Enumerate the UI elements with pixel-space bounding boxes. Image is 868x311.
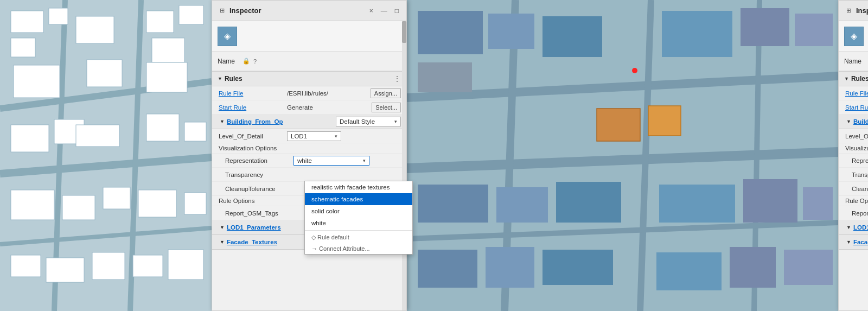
layer-icon-area-left: ◈ [212,21,406,52]
facade-collapse-left: ▼ [220,239,225,245]
svg-rect-6 [11,11,43,33]
cleanup-row-right: CleanupTolerance 0 ▾ [839,182,868,196]
map-right [407,0,838,311]
svg-rect-44 [795,14,833,46]
report-row-right: Report_OSM_Tags × Disabled ▾ [839,206,868,220]
rule-file-row-right: Rule File /ESRI.lib/rules/ Assign... [839,86,868,100]
building-collapse-right: ▼ [846,119,851,124]
representation-label-right: Representation [852,157,868,164]
svg-rect-51 [743,179,797,223]
rules-dots-left[interactable]: ⋮ [393,74,401,83]
name-label-left: Name [218,58,239,65]
assign-btn-left[interactable]: Assign... [371,88,401,98]
rule-file-row-left: Rule File /ESRI.lib/rules/ Assign... [212,86,406,100]
representation-row-right: Representation schematic facades ▾ [839,154,868,168]
lock-icon-left: 🔒 [242,58,250,65]
map-left [0,0,212,311]
svg-rect-24 [46,258,84,282]
svg-rect-21 [138,190,176,217]
svg-rect-54 [486,247,534,288]
name-label-right: Name [844,58,866,65]
inspector-panel-left: ⊞ Inspector × — □ ◈ Name 🔒 ? ▼ Rules ⋮ R… [212,0,407,311]
rules-section-left[interactable]: ▼ Rules ⋮ [212,71,406,86]
scrollbar-thumb-left[interactable] [402,21,406,43]
svg-rect-25 [92,252,125,280]
transparency-row-left: Transparency [212,168,406,182]
svg-rect-10 [146,11,174,33]
grid-icon: ⊞ [218,7,226,15]
start-rule-value-left: Generate [287,104,368,111]
dropdown-item-schematic[interactable]: schematic facades [305,193,412,205]
dropdown-item-connect[interactable]: → Connect Attribute... [305,243,412,254]
cleanup-label-left: CleanupTolerance [225,186,290,192]
svg-rect-46 [648,106,681,136]
lod-select-left[interactable]: LOD1 ▾ [287,131,341,141]
rule-options-label-right: Rule Options [839,196,868,206]
rule-file-label-right[interactable]: Rule File [845,90,868,97]
lod-label-left: Level_Of_Detail [219,133,284,139]
dropdown-item-rule-default[interactable]: ◇ Rule default [305,232,412,243]
representation-value-left: white [297,157,361,164]
svg-rect-23 [11,255,41,277]
svg-rect-49 [556,182,621,223]
svg-rect-52 [803,187,833,220]
svg-rect-17 [184,122,206,141]
svg-rect-12 [152,38,184,62]
lod-value-left: LOD1 [291,133,333,139]
lod1-section-right[interactable]: ▼ LOD1_Parameters Default Style ▾ [839,220,868,235]
representation-select-left[interactable]: white ▾ [293,156,369,166]
rules-section-right[interactable]: ▼ Rules ⋮ [839,71,868,86]
lod1-label-left[interactable]: LOD1_Parameters [227,224,281,231]
svg-rect-7 [49,8,68,24]
building-collapse-left: ▼ [220,119,225,124]
lod-row-left: Level_Of_Detail LOD1 ▾ [212,129,406,143]
close-button-left[interactable]: × [367,6,375,16]
dropdown-item-realistic[interactable]: realistic with facade textures [305,181,412,193]
minimize-button-left[interactable]: — [379,6,390,16]
facade-section-right[interactable]: ▼ Facade_Textures Default Style ▾ [839,235,868,250]
svg-rect-55 [542,250,613,285]
lod1-label-right[interactable]: LOD1_Parameters [853,224,868,231]
inspector-panel-right: ⊞ Inspector × — □ ◈ Name 🔒 ? ▼ Rules ⋮ R… [838,0,868,311]
start-rule-label-left[interactable]: Start Rule [219,104,284,111]
facade-label-left[interactable]: Facade_Textures [227,239,277,245]
rules-collapse-left: ▼ [218,76,222,81]
representation-arrow-left: ▾ [363,158,366,163]
scrollbar-left[interactable] [402,21,406,310]
layer-icon-right: ◈ [844,27,864,46]
svg-rect-43 [741,8,789,46]
building-style-arrow-left: ▾ [394,119,397,124]
building-props-right: Level_Of_Detail LOD1 ▾ Visualization Opt… [839,129,868,220]
rule-file-value-left: /ESRI.lib/rules/ [287,90,367,97]
svg-rect-57 [730,247,776,288]
svg-rect-15 [76,125,119,147]
building-label-right[interactable]: Building_From_Op [853,118,868,125]
start-rule-label-right[interactable]: Start Rule [845,104,868,111]
vis-options-label-left: Visualization Options [212,143,406,154]
help-icon-left[interactable]: ? [253,58,257,65]
svg-rect-48 [496,187,548,223]
rule-file-label-left[interactable]: Rule File [219,90,284,97]
facade-label-right[interactable]: Facade_Textures [853,239,868,245]
svg-rect-30 [146,62,187,92]
maximize-button-left[interactable]: □ [393,6,401,16]
dropdown-item-solid[interactable]: solid color [305,205,412,217]
representation-row-left: Representation white ▾ [212,154,406,168]
building-style-select-left[interactable]: Default Style ▾ [336,117,401,126]
representation-dropdown-left[interactable]: realistic with facade textures schematic… [304,181,413,255]
svg-rect-28 [14,65,60,98]
svg-point-59 [632,68,637,73]
panel-title-right: Inspector [856,7,868,15]
panel-header-left: ⊞ Inspector × — □ [212,1,406,21]
svg-rect-56 [656,252,722,290]
cleanup-label-right: CleanupTolerance [852,186,868,192]
name-row-left: Name 🔒 ? [212,52,406,71]
building-label-left[interactable]: Building_From_Op [227,118,283,125]
building-section-right[interactable]: ▼ Building_From_Op Default Style ▾ [839,115,868,129]
name-row-right: Name 🔒 ? [839,52,868,71]
select-btn-left[interactable]: Select... [372,103,401,112]
building-section-left[interactable]: ▼ Building_From_Op Default Style ▾ [212,115,406,129]
dropdown-item-white[interactable]: white [305,217,412,229]
rules-label-right: Rules [851,75,868,82]
lod-row-right: Level_Of_Detail LOD1 ▾ [839,129,868,143]
